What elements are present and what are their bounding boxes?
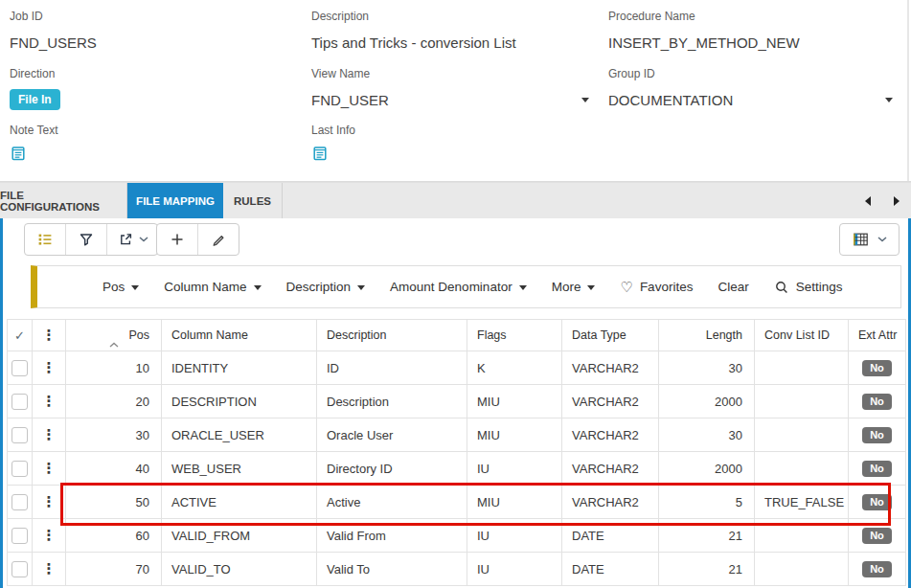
row-menu-icon[interactable]: ⋮: [42, 426, 57, 442]
row-menu-icon[interactable]: ⋮: [42, 493, 57, 509]
cell-data-type: DATE: [562, 553, 659, 586]
heart-icon: ♡: [620, 280, 632, 294]
cell-pos: 70: [66, 553, 162, 586]
row-checkbox[interactable]: [11, 394, 28, 410]
pencil-icon: [210, 231, 227, 248]
column-header-data-type[interactable]: Data Type: [562, 320, 659, 351]
tab-scroll-right-button[interactable]: [894, 196, 900, 206]
filter-label: More: [552, 280, 581, 294]
field-procedure-name: Procedure Name INSERT_BY_METHOD_NEW: [608, 10, 800, 51]
select-all-check-icon[interactable]: ✓: [14, 328, 25, 343]
ext-attr-badge: No: [862, 360, 892, 376]
cell-length: 21: [659, 553, 755, 586]
table-row: ⋮ 30 ORACLE_USER Oracle User MIU VARCHAR…: [8, 418, 906, 452]
edit-row-button[interactable]: [198, 224, 239, 255]
cell-conv-list-id: [755, 418, 849, 452]
add-row-button[interactable]: [157, 224, 198, 255]
funnel-icon: [78, 231, 95, 248]
tab-file-configurations[interactable]: FILE CONFIGURATIONS: [0, 183, 127, 218]
row-checkbox[interactable]: [11, 561, 28, 577]
view-name-label: View Name: [311, 67, 589, 80]
tab-rules[interactable]: RULES: [223, 183, 283, 218]
note-text-icon[interactable]: [10, 145, 57, 166]
cell-data-type: DATE: [562, 519, 659, 553]
cell-data-type: VARCHAR2: [562, 351, 659, 385]
header-label: Pos: [128, 328, 149, 342]
row-checkbox[interactable]: [11, 461, 28, 477]
cell-conv-list-id: [755, 385, 849, 418]
filter-dropdown-description[interactable]: Description: [286, 280, 366, 294]
cell-conv-list-id: TRUE_FALSE: [755, 486, 849, 519]
clear-button[interactable]: Clear: [717, 280, 748, 294]
procedure-name-label: Procedure Name: [608, 10, 800, 23]
cell-length: 30: [659, 418, 755, 452]
cell-flags: IU: [467, 553, 562, 586]
cell-pos: 20: [66, 385, 162, 418]
field-direction: Direction File In: [10, 67, 60, 110]
field-last-info: Last Info: [311, 124, 355, 166]
filter-dropdown-pos[interactable]: Pos: [102, 280, 139, 294]
filter-dropdown-more[interactable]: More: [552, 280, 596, 294]
row-checkbox[interactable]: [11, 427, 28, 443]
cell-column-name: VALID_FROM: [162, 519, 317, 553]
settings-button[interactable]: Settings: [774, 280, 843, 295]
column-header-ext-attr[interactable]: Ext Attr: [849, 320, 906, 351]
cell-flags: MIU: [467, 486, 562, 519]
form-right-divider: [907, 0, 909, 181]
cell-description: Valid To: [317, 553, 467, 586]
column-settings-button[interactable]: [840, 224, 899, 255]
sort-ascending-icon: [109, 337, 119, 351]
chevron-down-icon: [587, 285, 595, 290]
cell-length: 30: [659, 351, 755, 385]
cell-conv-list-id: [755, 519, 849, 553]
tab-strip: FILE CONFIGURATIONS FILE MAPPING RULES: [0, 182, 911, 218]
file-mapping-panel: Pos Column Name Description Amount Denom…: [0, 218, 911, 588]
tab-file-mapping[interactable]: FILE MAPPING: [127, 183, 223, 218]
filter-dropdown-amount-denominator[interactable]: Amount Denominator: [390, 280, 527, 294]
group-id-dropdown[interactable]: DOCUMENTATION: [608, 92, 893, 108]
cell-description: Valid From: [317, 519, 467, 553]
column-header-column-name[interactable]: Column Name: [162, 320, 317, 351]
row-checkbox[interactable]: [11, 360, 28, 376]
row-menu-icon[interactable]: ⋮: [42, 359, 57, 375]
tab-scroll-left-button[interactable]: [865, 196, 871, 206]
ext-attr-badge: No: [862, 394, 892, 410]
description-label: Description: [311, 10, 516, 23]
column-header-description[interactable]: Description: [317, 320, 467, 351]
row-checkbox[interactable]: [11, 528, 28, 544]
cell-length: 5: [659, 486, 755, 519]
chevron-down-icon: [877, 237, 887, 242]
row-menu-icon[interactable]: ⋮: [42, 560, 57, 577]
export-button[interactable]: [107, 224, 157, 255]
view-name-dropdown[interactable]: FND_USER: [311, 92, 589, 108]
cell-length: 21: [659, 519, 755, 553]
cell-flags: MIU: [467, 418, 562, 452]
cell-pos: 60: [66, 519, 162, 553]
cell-description: Description: [317, 385, 467, 418]
chevron-down-icon: [139, 237, 148, 242]
column-header-conv-list-id[interactable]: Conv List ID: [755, 320, 849, 351]
clear-label: Clear: [717, 280, 748, 294]
filter-button[interactable]: [66, 224, 107, 255]
ext-attr-badge: No: [862, 494, 892, 510]
cell-data-type: VARCHAR2: [562, 486, 659, 519]
column-header-flags[interactable]: Flags: [467, 320, 562, 351]
row-menu-icon[interactable]: ⋮: [42, 460, 57, 476]
row-checkbox[interactable]: [11, 494, 28, 510]
toolbar-group-columns: [839, 223, 900, 256]
row-menu-icon[interactable]: ⋮: [42, 527, 57, 543]
last-info-icon[interactable]: [311, 145, 355, 166]
column-header-length[interactable]: Length: [659, 320, 755, 351]
direction-badge: File In: [10, 89, 60, 110]
cell-column-name: WEB_USER: [162, 452, 317, 486]
favorites-button[interactable]: ♡ Favorites: [620, 280, 693, 294]
table-row: ⋮ 60 VALID_FROM Valid From IU DATE 21 No: [8, 519, 906, 553]
list-view-button[interactable]: [25, 224, 66, 255]
field-group-id: Group ID DOCUMENTATION: [608, 67, 893, 108]
row-menu-icon[interactable]: ⋮: [42, 393, 57, 409]
filter-dropdown-column-name[interactable]: Column Name: [164, 280, 261, 294]
header-menu-icon[interactable]: ⋮: [42, 327, 57, 343]
chevron-down-icon: [131, 285, 139, 290]
column-header-pos[interactable]: Pos: [66, 320, 162, 351]
cell-data-type: VARCHAR2: [562, 418, 659, 452]
